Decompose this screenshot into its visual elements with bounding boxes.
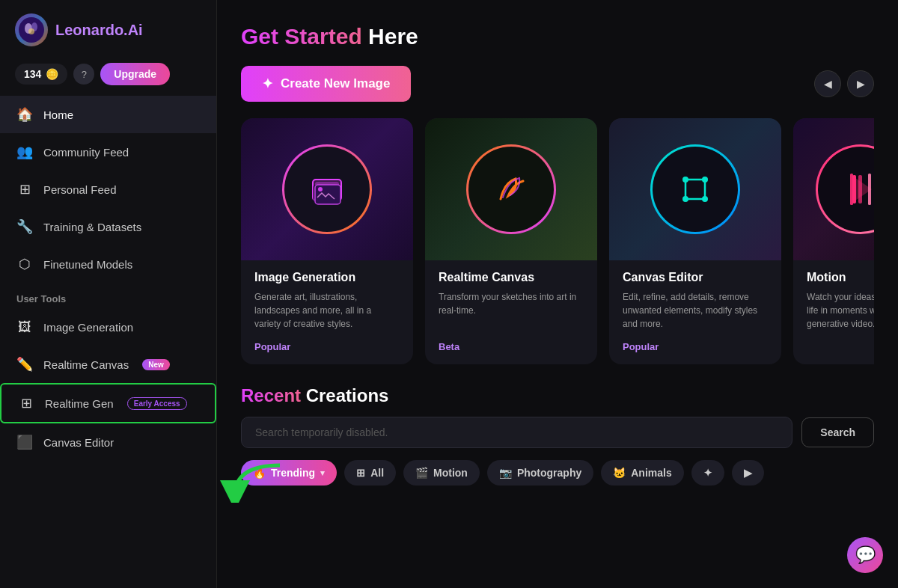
all-label: All (370, 467, 384, 479)
chat-bubble-button[interactable]: 💬 (847, 537, 883, 573)
logo-accent: Ai (128, 22, 143, 38)
search-placeholder-text: Search temporarily disabled. (255, 426, 388, 438)
filter-tabs: 🔥 Trending ▾ ⊞ All 🎬 Motion 📷 Photograph… (241, 460, 874, 497)
svg-point-11 (318, 187, 323, 192)
sidebar-item-home[interactable]: 🏠 Home (0, 96, 216, 133)
token-icon: 🪙 (46, 68, 58, 80)
card-description: Generate art, illustrations, landscapes … (254, 290, 400, 331)
sidebar-item-canvas-editor[interactable]: ⬛ Canvas Editor (0, 423, 216, 461)
svg-point-16 (702, 196, 708, 202)
card-description: Transform your sketches into art in real… (439, 290, 584, 331)
sidebar-item-image-gen[interactable]: 🖼 Image Generation (0, 309, 216, 346)
svg-rect-20 (850, 174, 853, 205)
svg-point-13 (682, 177, 688, 183)
early-access-badge: Early Access (127, 397, 187, 410)
filter-tab-animals[interactable]: 🐱 Animals (601, 460, 683, 486)
token-counter: 134 🪙 (15, 64, 67, 85)
realtime-canvas-icon: ✏️ (16, 356, 33, 373)
recent-plain: Creations (301, 385, 388, 405)
recent-creations-title: Recent Creations (241, 385, 874, 406)
personal-icon: ⊞ (16, 181, 33, 197)
card-badge: Popular (241, 335, 413, 352)
cards-next-button[interactable]: ▶ (847, 70, 874, 97)
card-title: Motion (807, 271, 874, 284)
feature-cards: Image Generation Generate art, illustrat… (241, 118, 874, 364)
feature-card-realtime-canvas[interactable]: Realtime Canvas Transform your sketches … (425, 118, 597, 364)
card-body: Image Generation Generate art, illustrat… (241, 260, 413, 335)
sidebar-item-community-feed[interactable]: 👥 Community Feed (0, 133, 216, 171)
card-badge: Beta (425, 335, 597, 352)
search-row: Search temporarily disabled. Search (241, 417, 874, 448)
tokens-row: 134 🪙 ? Upgrade (0, 57, 216, 96)
training-icon: 🔧 (16, 218, 33, 235)
card-image-area (793, 118, 874, 260)
help-button[interactable]: ? (73, 64, 94, 85)
search-button[interactable]: Search (801, 417, 874, 447)
card-badge: Popular (609, 335, 781, 352)
trending-label: Trending (271, 467, 315, 479)
card-description: Watch your ideas come to life in moments… (807, 290, 874, 331)
logo-text: Leonardo.Ai (55, 22, 143, 39)
sidebar-item-label: Community Feed (43, 146, 129, 159)
film-icon: 🎬 (415, 467, 428, 479)
filter-tab-trending[interactable]: 🔥 Trending ▾ (241, 460, 337, 486)
sidebar-item-realtime-canvas[interactable]: ✏️ Realtime Canvas New (0, 346, 216, 383)
sidebar-item-training[interactable]: 🔧 Training & Datasets (0, 208, 216, 245)
cards-prev-button[interactable]: ◀ (814, 70, 841, 97)
get-started-plain: Here (362, 24, 418, 49)
card-image-area (425, 118, 597, 260)
card-circle (466, 144, 556, 234)
create-new-image-button[interactable]: ✦ Create New Image (241, 66, 411, 102)
filter-tab-photography[interactable]: 📷 Photography (487, 460, 593, 486)
photography-label: Photography (517, 467, 581, 479)
image-gen-icon: 🖼 (16, 319, 33, 335)
filter-tab-next[interactable]: ▶ (732, 460, 764, 486)
feature-card-canvas-editor[interactable]: Canvas Editor Edit, refine, add details,… (609, 118, 781, 364)
card-description: Edit, refine, add details, remove unwant… (623, 290, 768, 331)
realtime-gen-icon: ⊞ (18, 395, 34, 411)
card-image-area (241, 118, 413, 260)
canvas-editor-icon (674, 168, 717, 211)
sidebar-item-label: Personal Feed (43, 183, 117, 196)
sidebar-item-label: Training & Datasets (43, 221, 141, 233)
sidebar-item-label: Canvas Editor (43, 436, 114, 449)
fire-icon: 🔥 (253, 467, 266, 479)
card-title: Image Generation (254, 271, 400, 284)
filter-tab-more[interactable]: ✦ (691, 460, 724, 486)
svg-point-3 (28, 28, 34, 34)
cat-icon: 🐱 (613, 467, 626, 479)
finetuned-icon: ⬡ (16, 256, 33, 272)
get-started-gradient: Get Started (241, 24, 362, 49)
feature-card-image-generation[interactable]: Image Generation Generate art, illustrat… (241, 118, 413, 364)
animals-label: Animals (631, 467, 671, 479)
grid-icon: ⊞ (356, 467, 365, 479)
card-title: Canvas Editor (623, 271, 768, 284)
chevron-down-icon: ▾ (320, 468, 325, 478)
card-nav-arrows: ◀ ▶ (814, 70, 874, 97)
svg-point-14 (702, 177, 708, 183)
sidebar-item-label: Realtime Canvas (43, 358, 129, 371)
card-circle (816, 144, 874, 234)
chat-icon: 💬 (855, 545, 876, 565)
filter-tab-motion[interactable]: 🎬 Motion (403, 460, 480, 486)
sidebar-item-personal-feed[interactable]: ⊞ Personal Feed (0, 171, 216, 208)
card-body: Realtime Canvas Transform your sketches … (425, 260, 597, 335)
home-icon: 🏠 (16, 106, 33, 123)
sidebar-item-realtime-gen[interactable]: ⊞ Realtime Gen Early Access (0, 383, 216, 423)
svg-point-15 (682, 196, 688, 202)
filter-tab-all[interactable]: ⊞ All (344, 460, 396, 486)
card-body: Motion Watch your ideas come to life in … (793, 260, 874, 335)
realtime-canvas-icon (489, 168, 533, 211)
token-number: 134 (24, 68, 41, 80)
get-started-title: Get Started Here (241, 24, 874, 49)
logo-avatar (15, 13, 48, 46)
upgrade-button[interactable]: Upgrade (100, 63, 170, 85)
main-content: Get Started Here ✦ Create New Image ◀ ▶ (217, 0, 898, 588)
image-gen-card-icon (307, 169, 348, 210)
new-badge: New (142, 359, 170, 370)
logo-plain: Leonardo. (55, 22, 128, 38)
svg-rect-12 (685, 180, 705, 199)
sidebar-item-label: Realtime Gen (45, 397, 114, 410)
sidebar-item-finetuned[interactable]: ⬡ Finetuned Models (0, 245, 216, 283)
feature-card-motion[interactable]: Motion Watch your ideas come to life in … (793, 118, 874, 364)
